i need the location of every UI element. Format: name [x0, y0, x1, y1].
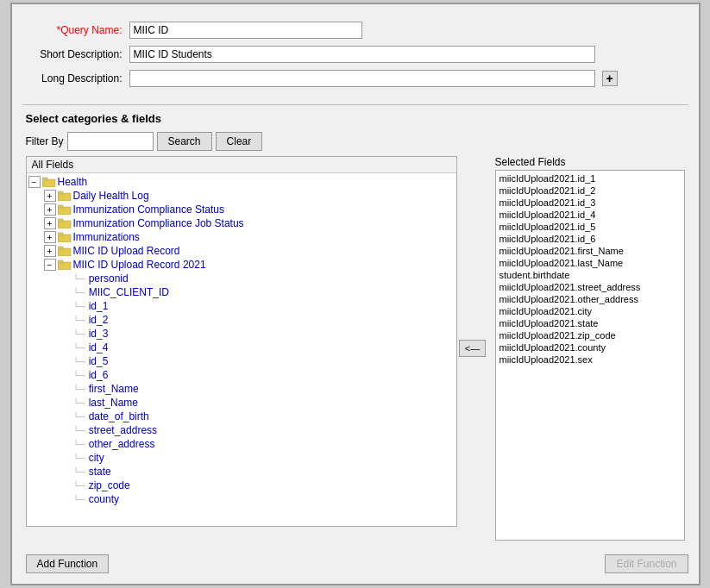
tree-label-child-4[interactable]: MIIC ID Upload Record	[73, 245, 180, 257]
leaf-item-15[interactable]: └─zip_code	[58, 479, 456, 492]
selected-field-item[interactable]: miicIdUpload2021.state	[500, 317, 681, 329]
selected-field-item[interactable]: miicIdUpload2021.id_6	[500, 233, 681, 245]
selected-field-item[interactable]: miicIdUpload2021.sex	[500, 353, 681, 366]
tree-node-0: +Daily Health Log	[42, 189, 456, 203]
leaf-label-1[interactable]: MIIC_CLIENT_ID	[89, 286, 169, 298]
leaf-item-13[interactable]: └─city	[58, 451, 456, 465]
leaf-item-7[interactable]: └─id_6	[58, 368, 456, 382]
leaf-label-14[interactable]: state	[89, 466, 111, 478]
svg-rect-0	[42, 179, 55, 187]
tree-toggle-child-1[interactable]: +	[44, 203, 56, 216]
leaf-item-11[interactable]: └─street_address	[58, 423, 456, 437]
selected-field-item[interactable]: miicIdUpload2021.street_address	[500, 281, 681, 293]
svg-rect-3	[58, 191, 63, 194]
tree-item-child-4[interactable]: +MIIC ID Upload Record	[42, 244, 456, 258]
tree-children-expanded: └─personid└─MIIC_CLIENT_ID└─id_1└─id_2└─…	[42, 272, 456, 506]
query-name-input[interactable]	[129, 22, 362, 39]
tree-label-child-5[interactable]: MIIC ID Upload Record 2021	[73, 259, 206, 271]
long-desc-input[interactable]	[129, 70, 595, 87]
selected-field-item[interactable]: student.birthdate	[500, 269, 681, 281]
tree-label-health[interactable]: Health	[58, 176, 88, 188]
selected-field-item[interactable]: miicIdUpload2021.first_Name	[500, 245, 681, 257]
leaf-item-14[interactable]: └─state	[58, 465, 456, 479]
tree-toggle-child-4[interactable]: +	[44, 245, 56, 257]
all-fields-header: All Fields	[27, 157, 456, 173]
leaf-item-4[interactable]: └─id_3	[58, 327, 456, 341]
edit-function-button[interactable]: Edit Function	[605, 554, 688, 573]
selected-field-item[interactable]: miicIdUpload2021.id_1	[500, 172, 681, 185]
tree-item-child-0[interactable]: +Daily Health Log	[42, 189, 456, 203]
query-name-label: *Query Name:	[26, 24, 129, 36]
selected-field-item[interactable]: miicIdUpload2021.county	[500, 341, 681, 353]
leaf-label-0[interactable]: personid	[89, 272, 129, 285]
leaf-connector: └─	[73, 316, 85, 325]
leaf-item-16[interactable]: └─county	[58, 492, 456, 506]
leaf-label-3[interactable]: id_2	[89, 314, 109, 326]
selected-field-item[interactable]: miicIdUpload2021.id_3	[500, 197, 681, 209]
leaf-item-6[interactable]: └─id_5	[58, 354, 456, 368]
tree-label-child-1[interactable]: Immunization Compliance Status	[73, 203, 224, 216]
leaf-item-12[interactable]: └─other_address	[58, 437, 456, 451]
tree-toggle-health[interactable]: −	[28, 176, 41, 188]
leaf-label-10[interactable]: date_of_birth	[89, 410, 149, 422]
section-title: Select categories & fields	[26, 112, 685, 125]
search-button[interactable]: Search	[157, 132, 212, 151]
selected-field-item[interactable]: miicIdUpload2021.last_Name	[500, 257, 681, 269]
leaf-item-1[interactable]: └─MIIC_CLIENT_ID	[58, 285, 456, 299]
leaf-label-15[interactable]: zip_code	[89, 479, 130, 491]
tree-toggle-child-3[interactable]: +	[44, 231, 56, 243]
leaf-item-2[interactable]: └─id_1	[58, 299, 456, 313]
add-function-button[interactable]: Add Function	[26, 554, 110, 573]
selected-field-item[interactable]: miicIdUpload2021.city	[500, 305, 681, 317]
clear-button[interactable]: Clear	[216, 132, 263, 151]
selected-field-item[interactable]: miicIdUpload2021.id_2	[500, 185, 681, 197]
leaf-item-3[interactable]: └─id_2	[58, 313, 456, 327]
selected-field-item[interactable]: miicIdUpload2021.id_4	[500, 209, 681, 221]
expand-button[interactable]: +	[602, 71, 618, 86]
leaf-item-10[interactable]: └─date_of_birth	[58, 410, 456, 423]
leaf-label-13[interactable]: city	[89, 452, 104, 464]
selected-fields-list[interactable]: miicIdUpload2021.id_1miicIdUpload2021.id…	[495, 170, 685, 541]
short-desc-input[interactable]	[129, 46, 595, 63]
svg-rect-7	[58, 219, 63, 222]
leaf-label-7[interactable]: id_6	[89, 369, 109, 381]
selected-field-item[interactable]: miicIdUpload2021.id_5	[500, 221, 681, 233]
tree-label-child-0[interactable]: Daily Health Log	[73, 190, 149, 202]
leaf-label-11[interactable]: street_address	[89, 424, 157, 436]
tree-children-health: +Daily Health Log+Immunization Complianc…	[27, 189, 456, 506]
tree-toggle-child-5[interactable]: −	[44, 259, 56, 271]
leaf-label-4[interactable]: id_3	[89, 328, 109, 340]
svg-rect-9	[58, 233, 63, 235]
leaf-label-5[interactable]: id_4	[89, 341, 109, 353]
leaf-item-8[interactable]: └─first_Name	[58, 382, 456, 396]
columns-row: All Fields −Health+Daily Health Log+Immu…	[26, 156, 685, 541]
leaf-connector: └─	[73, 357, 85, 366]
filter-input[interactable]	[67, 132, 154, 151]
svg-rect-1	[42, 178, 47, 180]
leaf-item-9[interactable]: └─last_Name	[58, 396, 456, 410]
tree-item-health[interactable]: −Health	[27, 175, 456, 189]
leaf-label-12[interactable]: other_address	[89, 438, 155, 450]
leaf-item-5[interactable]: └─id_4	[58, 341, 456, 354]
selected-field-item[interactable]: miicIdUpload2021.other_address	[500, 293, 681, 305]
leaf-label-9[interactable]: last_Name	[89, 397, 138, 409]
leaf-label-6[interactable]: id_5	[89, 355, 109, 367]
leaf-label-8[interactable]: first_Name	[89, 383, 139, 395]
middle-col: <—	[457, 156, 488, 541]
tree-toggle-child-2[interactable]: +	[44, 217, 56, 229]
filter-label: Filter By	[26, 135, 64, 147]
selected-field-item[interactable]: miicIdUpload2021.zip_code	[500, 329, 681, 341]
filter-row: Filter By Search Clear	[26, 132, 685, 151]
remove-button[interactable]: <—	[459, 340, 486, 357]
leaf-label-16[interactable]: county	[89, 493, 119, 505]
tree-item-child-1[interactable]: +Immunization Compliance Status	[42, 203, 456, 216]
tree-container[interactable]: −Health+Daily Health Log+Immunization Co…	[27, 173, 456, 526]
tree-label-child-2[interactable]: Immunization Compliance Job Status	[73, 217, 244, 229]
tree-item-child-2[interactable]: +Immunization Compliance Job Status	[42, 216, 456, 230]
tree-item-child-3[interactable]: +Immunizations	[42, 230, 456, 244]
tree-item-child-5[interactable]: −MIIC ID Upload Record 2021	[42, 258, 456, 272]
tree-toggle-child-0[interactable]: +	[44, 190, 56, 202]
leaf-item-0[interactable]: └─personid	[58, 272, 456, 285]
tree-label-child-3[interactable]: Immunizations	[73, 231, 140, 243]
leaf-label-2[interactable]: id_1	[89, 300, 109, 312]
